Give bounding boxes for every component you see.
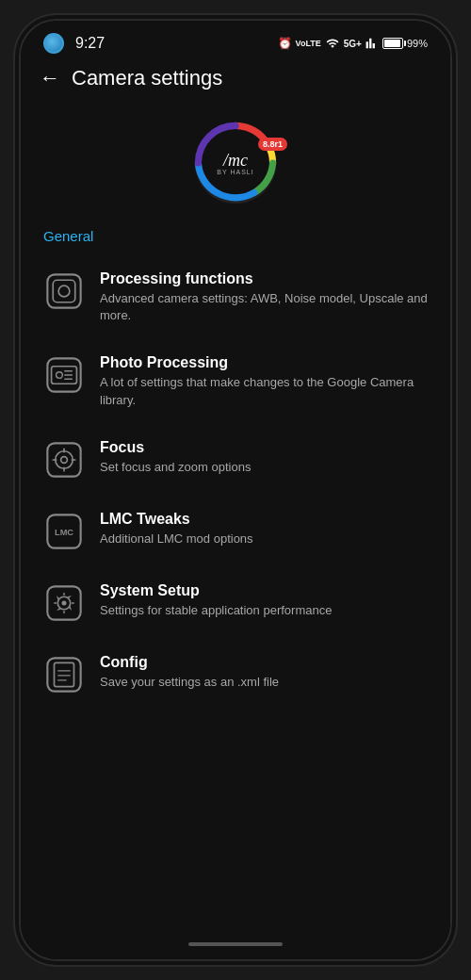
lmc-tweaks-content: LMC Tweaks Additional LMC mod options bbox=[100, 511, 428, 547]
photo-processing-title: Photo Processing bbox=[100, 354, 428, 371]
lmc-tweaks-title: LMC Tweaks bbox=[100, 511, 428, 528]
svg-point-18 bbox=[61, 600, 66, 605]
svg-point-9 bbox=[61, 456, 68, 463]
status-right: ⏰ VoLTE 5G+ 99% bbox=[278, 37, 428, 50]
status-left: 9:27 bbox=[43, 33, 105, 54]
config-icon bbox=[43, 654, 85, 695]
setting-item-photo-processing[interactable]: Photo Processing A lot of settings that … bbox=[32, 339, 439, 423]
svg-text:LMC: LMC bbox=[55, 528, 73, 537]
svg-point-8 bbox=[56, 451, 73, 468]
svg-point-6 bbox=[57, 372, 63, 379]
lmc-tweaks-desc: Additional LMC mod options bbox=[100, 531, 428, 547]
svg-rect-5 bbox=[52, 367, 77, 384]
system-setup-desc: Settings for stable application performa… bbox=[100, 602, 428, 619]
logo-container: /mc BY HASLI 8.8r1 bbox=[21, 102, 450, 228]
system-setup-content: System Setup Settings for stable applica… bbox=[100, 582, 428, 619]
system-setup-title: System Setup bbox=[100, 582, 428, 599]
logo-text: /mc bbox=[217, 152, 253, 169]
focus-desc: Set focus and zoom options bbox=[100, 459, 428, 476]
setting-item-system-setup[interactable]: System Setup Settings for stable applica… bbox=[32, 567, 439, 639]
processing-functions-desc: Advanced camera settings: AWB, Noise mod… bbox=[100, 290, 428, 324]
setting-item-lmc-tweaks[interactable]: LMC LMC Tweaks Additional LMC mod option… bbox=[32, 496, 439, 567]
focus-title: Focus bbox=[100, 439, 428, 456]
screen: 9:27 ⏰ VoLTE 5G+ bbox=[21, 21, 450, 959]
home-bar[interactable] bbox=[188, 942, 283, 946]
focus-content: Focus Set focus and zoom options bbox=[100, 439, 428, 476]
general-section-label: General bbox=[21, 228, 450, 255]
time-display: 9:27 bbox=[75, 35, 105, 52]
page-title: Camera settings bbox=[72, 66, 222, 90]
svg-rect-4 bbox=[47, 359, 80, 392]
config-content: Config Save your settings as an .xml fil… bbox=[100, 654, 428, 691]
svg-rect-20 bbox=[55, 662, 74, 686]
fiveg-icon: 5G+ bbox=[344, 39, 362, 49]
photo-processing-desc: A lot of settings that make changes to t… bbox=[100, 374, 428, 408]
status-bar: 9:27 ⏰ VoLTE 5G+ bbox=[21, 21, 450, 58]
setting-item-config[interactable]: Config Save your settings as an .xml fil… bbox=[32, 639, 439, 710]
photo-processing-content: Photo Processing A lot of settings that … bbox=[100, 354, 428, 408]
signal-icon bbox=[365, 37, 379, 50]
setting-item-processing-functions[interactable]: Processing functions Advanced camera set… bbox=[32, 255, 439, 339]
version-badge: 8.8r1 bbox=[258, 138, 287, 151]
svg-rect-2 bbox=[53, 280, 75, 302]
battery-indicator bbox=[382, 38, 403, 49]
config-title: Config bbox=[100, 654, 428, 671]
logo-by: BY HASLI bbox=[217, 169, 253, 175]
phone-frame: 9:27 ⏰ VoLTE 5G+ bbox=[19, 19, 452, 961]
processing-functions-title: Processing functions bbox=[100, 270, 428, 287]
svg-point-3 bbox=[58, 286, 70, 297]
config-desc: Save your settings as an .xml file bbox=[100, 674, 428, 691]
logo-inner: /mc BY HASLI bbox=[217, 152, 253, 175]
system-setup-icon bbox=[43, 582, 85, 624]
lmc-tweaks-icon: LMC bbox=[43, 511, 85, 552]
photo-processing-icon bbox=[43, 354, 85, 396]
settings-list: Processing functions Advanced camera set… bbox=[21, 255, 450, 933]
back-button[interactable]: ← bbox=[40, 66, 60, 90]
home-indicator bbox=[21, 933, 450, 959]
setting-item-focus[interactable]: Focus Set focus and zoom options bbox=[32, 424, 439, 496]
alarm-icon: ⏰ bbox=[278, 37, 292, 50]
processing-functions-content: Processing functions Advanced camera set… bbox=[100, 270, 428, 324]
logo-ring: /mc BY HASLI 8.8r1 bbox=[193, 121, 278, 205]
header: ← Camera settings bbox=[21, 58, 450, 102]
battery-percent: 99% bbox=[407, 38, 428, 49]
wifi-icon bbox=[325, 37, 340, 50]
volte-icon: VoLTE bbox=[296, 40, 321, 48]
processing-functions-icon bbox=[43, 270, 85, 312]
camera-indicator bbox=[43, 33, 64, 54]
focus-icon bbox=[43, 439, 85, 481]
